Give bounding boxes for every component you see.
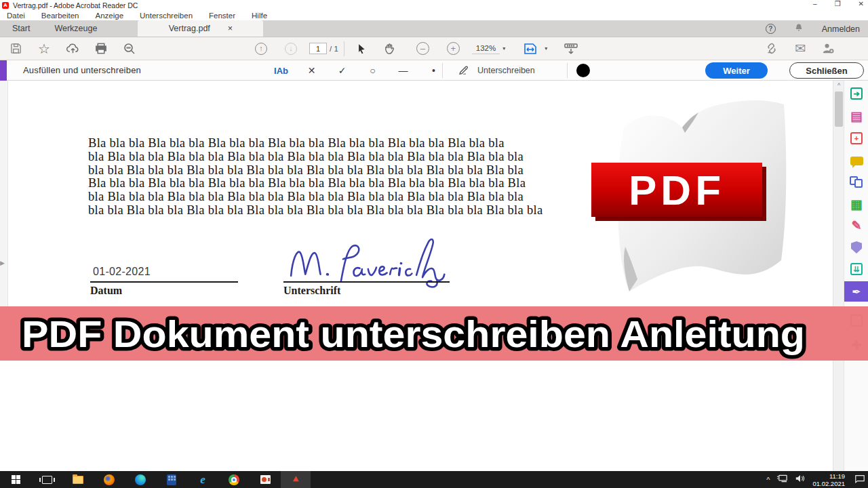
chrome-icon [229, 474, 239, 485]
tab-werkzeuge[interactable]: Werkzeuge [42, 20, 109, 37]
next-page-icon[interactable]: ↓ [285, 43, 297, 55]
previous-page-icon[interactable]: ↑ [255, 43, 267, 55]
zoom-out-icon[interactable]: – [416, 42, 429, 55]
start-button[interactable] [0, 471, 31, 488]
scroll-mode-icon[interactable] [559, 39, 583, 58]
export-pdf-icon[interactable]: ➔ [844, 84, 868, 103]
speaker-icon[interactable] [795, 474, 806, 486]
powerpoint-button[interactable] [250, 471, 281, 488]
weiter-button[interactable]: Weiter [705, 62, 768, 79]
menu-hilfe[interactable]: Hilfe [252, 12, 267, 20]
taskbar-clock[interactable]: 11:19 01.02.2021 [812, 472, 845, 487]
signature-annotation[interactable] [281, 237, 451, 292]
cross-tool[interactable]: ✕ [296, 60, 327, 81]
chrome-button[interactable] [218, 471, 250, 488]
select-tool-icon[interactable] [350, 39, 373, 58]
menu-fenster[interactable]: Fenster [209, 12, 235, 20]
network-icon[interactable] [776, 474, 788, 486]
tab-close-icon[interactable]: × [228, 24, 233, 33]
signature-line [283, 281, 450, 283]
video-title-banner: PDF Dokument unterschreiben Anleitung [0, 306, 868, 361]
sign-in-link[interactable]: Anmelden [822, 24, 860, 34]
save-icon[interactable] [4, 39, 27, 58]
firefox-icon [104, 474, 115, 485]
fill-sign-title: Ausfüllen und unterschreiben [23, 65, 141, 75]
edge-button[interactable] [125, 471, 156, 488]
sign-button[interactable]: Unterschreiben [449, 60, 545, 81]
cloud-upload-icon[interactable] [61, 39, 84, 58]
print-icon[interactable] [90, 39, 113, 58]
page-number-input[interactable]: 1 [309, 43, 327, 54]
tab-start[interactable]: Start [0, 20, 42, 37]
tab-vertrag-pdf[interactable]: Vertrag.pdf × [138, 20, 263, 37]
action-center-icon[interactable] [854, 474, 865, 486]
fit-dropdown-icon[interactable]: ▾ [545, 45, 547, 52]
restore-button[interactable]: ❐ [835, 0, 841, 7]
tab-label: Vertrag.pdf [169, 24, 210, 33]
windows-taskbar: e ⯅ ^ 11:19 01.02.2021 [0, 471, 868, 488]
scroll-up-icon[interactable]: ^ [833, 82, 844, 89]
add-text-tool[interactable]: IAb [266, 60, 296, 81]
schliessen-button[interactable]: Schließen [789, 62, 864, 79]
combine-files-icon[interactable] [844, 173, 868, 192]
page-total-label: / 1 [330, 45, 338, 53]
menu-bearbeiten[interactable]: Bearbeiten [41, 12, 79, 20]
share-link-icon[interactable] [760, 39, 783, 58]
circle-tool[interactable]: ○ [357, 60, 388, 81]
checkmark-tool[interactable]: ✓ [327, 60, 357, 81]
powerpoint-icon [260, 475, 271, 484]
search-icon[interactable] [118, 39, 141, 58]
menu-unterschreiben[interactable]: Unterschreiben [140, 12, 193, 20]
screen: A Vertrag.pdf - Adobe Acrobat Reader DC … [0, 0, 868, 488]
edit-pdf-icon[interactable]: ▤ [844, 106, 868, 125]
zoom-dropdown-icon[interactable]: ▾ [502, 45, 505, 52]
calculator-button[interactable] [156, 471, 187, 488]
close-button[interactable]: ✕ [859, 0, 864, 7]
left-panel-strip [0, 81, 8, 306]
task-view-button[interactable] [31, 471, 62, 488]
acrobat-icon: ⯅ [292, 474, 299, 485]
scrollbar-thumb[interactable] [835, 92, 843, 127]
zoom-in-icon[interactable]: + [447, 42, 460, 55]
star-icon[interactable]: ☆ [33, 39, 56, 58]
menu-anzeige[interactable]: Anzeige [95, 12, 123, 20]
pdf-badge-label: PDF [629, 167, 725, 214]
body-text-line: bla bla Bla bla bla Bla bla bla Bla bla … [88, 204, 543, 218]
calculator-icon [167, 474, 176, 485]
pen-icon [458, 64, 472, 77]
task-view-icon [42, 476, 52, 484]
body-text-line: bla bla Bla bla bla Bla bla bla Bla bla … [88, 164, 524, 178]
internet-explorer-button[interactable]: e [187, 471, 218, 488]
document-page: ▶ Bla bla bla Bla bla bla Bla bla bla Bl… [0, 81, 868, 471]
line-tool[interactable]: — [388, 60, 418, 81]
menu-datei[interactable]: Datei [7, 12, 25, 20]
system-tray: ^ 11:19 01.02.2021 [766, 471, 865, 488]
comment-icon[interactable] [844, 151, 868, 170]
fit-width-icon[interactable] [519, 39, 542, 58]
add-person-icon[interactable] [816, 39, 839, 58]
file-explorer-button[interactable] [62, 471, 94, 488]
tray-chevron-icon[interactable]: ^ [766, 476, 770, 484]
bell-icon[interactable] [793, 22, 804, 35]
pdf-clipart: PDF [585, 89, 803, 305]
help-icon[interactable]: ? [766, 24, 776, 34]
certificates-tool-active[interactable]: ✒ [844, 281, 868, 302]
compress-pdf-icon[interactable]: ⇊ [844, 260, 868, 279]
acrobat-taskbar-button-active[interactable]: ⯅ [281, 471, 311, 488]
fill-sign-icon[interactable]: ✎ [844, 216, 868, 235]
clock-date: 01.02.2021 [812, 480, 845, 487]
organize-pages-icon[interactable]: ▦ [844, 195, 868, 214]
minimize-button[interactable]: – [813, 0, 817, 7]
color-swatch-black[interactable] [576, 64, 590, 77]
email-icon[interactable]: ✉ [789, 39, 812, 58]
internet-explorer-icon: e [200, 473, 205, 487]
firefox-button[interactable] [94, 471, 125, 488]
vertical-scrollbar[interactable]: ^ [833, 81, 844, 471]
create-pdf-icon[interactable]: + [844, 129, 868, 148]
date-field-value[interactable]: 01-02-2021 [93, 266, 151, 278]
dot-tool[interactable]: • [418, 60, 449, 81]
protect-icon[interactable] [844, 238, 868, 257]
panel-expand-icon[interactable]: ▶ [0, 260, 5, 266]
hand-tool-icon[interactable] [378, 39, 401, 58]
zoom-level-value[interactable]: 132% [472, 43, 500, 54]
